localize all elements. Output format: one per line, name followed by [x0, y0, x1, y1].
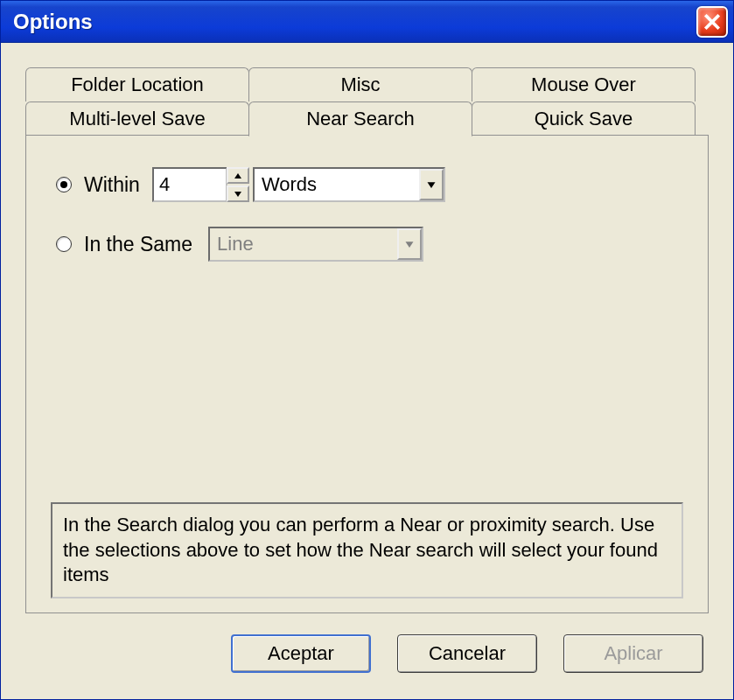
- chevron-down-icon: [404, 241, 415, 248]
- cancel-button[interactable]: Cancelar: [397, 634, 537, 673]
- same-row: In the Same Line: [51, 227, 683, 262]
- within-stepper-down[interactable]: [227, 186, 249, 202]
- within-value-input[interactable]: [152, 167, 227, 202]
- within-stepper-up[interactable]: [227, 167, 249, 184]
- svg-marker-5: [406, 242, 414, 248]
- tab-quick-save[interactable]: Quick Save: [472, 102, 696, 136]
- within-unit-text: Words: [255, 169, 419, 200]
- in-the-same-radio[interactable]: [56, 236, 72, 252]
- same-unit-combo[interactable]: Line: [208, 227, 423, 262]
- close-icon: [703, 12, 722, 32]
- tab-panel-near-search: Within Words: [25, 135, 709, 613]
- within-row: Within Words: [51, 167, 683, 202]
- window-title: Options: [13, 10, 93, 34]
- client-area: Folder Location Misc Mouse Over Multi-le…: [1, 43, 733, 699]
- apply-button: Aplicar: [563, 634, 703, 673]
- in-the-same-label: In the Same: [84, 233, 192, 256]
- accept-button[interactable]: Aceptar: [231, 634, 371, 673]
- within-stepper: [152, 167, 249, 202]
- tab-folder-location[interactable]: Folder Location: [25, 67, 249, 102]
- dialog-buttons: Aceptar Cancelar Aplicar: [25, 613, 709, 689]
- same-unit-dropdown-button[interactable]: [397, 228, 422, 260]
- chevron-down-icon: [234, 191, 242, 198]
- svg-marker-2: [234, 173, 241, 178]
- close-button[interactable]: [696, 6, 728, 38]
- options-dialog: Options Folder Location Misc Mouse Over …: [0, 0, 734, 700]
- same-unit-text: Line: [210, 228, 397, 260]
- within-label: Within: [84, 173, 140, 197]
- tab-near-search[interactable]: Near Search: [248, 102, 472, 136]
- tab-misc[interactable]: Misc: [248, 67, 472, 102]
- tab-multilevel-save[interactable]: Multi-level Save: [25, 102, 249, 136]
- within-unit-combo[interactable]: Words: [253, 167, 445, 202]
- titlebar: Options: [1, 1, 733, 43]
- chevron-up-icon: [234, 172, 242, 179]
- info-text: In the Search dialog you can perform a N…: [51, 502, 683, 598]
- within-radio[interactable]: [56, 177, 72, 192]
- within-unit-dropdown-button[interactable]: [419, 169, 444, 200]
- chevron-down-icon: [426, 181, 437, 189]
- tab-strip: Folder Location Misc Mouse Over Multi-le…: [25, 67, 709, 136]
- svg-marker-3: [234, 192, 241, 197]
- svg-marker-4: [427, 182, 435, 188]
- tab-mouse-over[interactable]: Mouse Over: [472, 67, 696, 102]
